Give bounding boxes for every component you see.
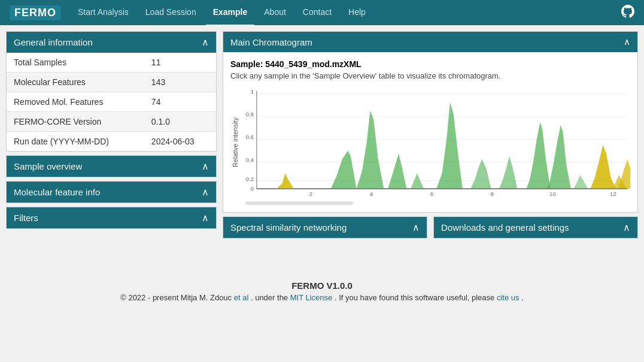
svg-text:6: 6 [430, 191, 433, 197]
footer: FERMO V1.0.0 © 2022 - present Mitja M. Z… [0, 269, 644, 314]
chart-svg-container: 1 0.8 0.6 0.4 0.2 0 [242, 85, 630, 199]
general-info-chevron: ∧ [202, 37, 209, 48]
general-info-section: General information ∧ Total Samples11Mol… [6, 31, 217, 152]
svg-text:1: 1 [251, 88, 254, 95]
nav-links: Start Analysis Load Session Example Abou… [71, 0, 373, 26]
svg-marker-19 [331, 150, 357, 189]
logo[interactable]: FERMO [10, 5, 61, 20]
info-row: FERMO-CORE Version0.1.0 [7, 112, 216, 132]
footer-copyright: © 2022 - present Mitja M. Zdouc et al . … [12, 293, 632, 302]
chromatogram-body: Sample: 5440_5439_mod.mzXML Click any sa… [223, 52, 637, 212]
svg-text:2: 2 [309, 191, 312, 197]
spectral-title: Spectral similarity networking [230, 222, 347, 233]
nav-load-session[interactable]: Load Session [138, 0, 203, 26]
nav-help[interactable]: Help [341, 0, 373, 26]
filters-title: Filters [14, 213, 38, 223]
svg-text:12: 12 [610, 191, 616, 197]
svg-marker-21 [388, 153, 406, 189]
svg-marker-25 [499, 156, 517, 189]
info-row: Molecular Features143 [7, 73, 216, 92]
svg-text:0.6: 0.6 [246, 134, 254, 140]
info-label: Total Samples [7, 53, 144, 73]
svg-marker-22 [411, 173, 424, 189]
svg-text:0: 0 [251, 185, 254, 192]
sample-overview-section: Sample overview ∧ [6, 155, 217, 177]
downloads-header[interactable]: Downloads and general settings ∧ [434, 217, 637, 238]
footer-et-al-link[interactable]: et al [234, 293, 249, 302]
chromatogram-svg: 1 0.8 0.6 0.4 0.2 0 [242, 85, 630, 199]
svg-marker-31 [618, 159, 630, 189]
svg-text:10: 10 [549, 191, 556, 197]
footer-license-link[interactable]: MIT License [290, 293, 333, 302]
info-value: 11 [144, 53, 216, 73]
svg-marker-26 [527, 122, 551, 189]
spectral-header[interactable]: Spectral similarity networking ∧ [223, 217, 427, 238]
sample-overview-header[interactable]: Sample overview ∧ [7, 156, 216, 177]
info-label: Run date (YYYY-MM-DD) [7, 132, 144, 152]
info-row: Removed Mol. Features74 [7, 92, 216, 112]
chromatogram-section: Main Chromatogram ∧ Sample: 5440_5439_mo… [223, 31, 638, 213]
chromatogram-title: Main Chromatogram [230, 37, 312, 47]
info-label: FERMO-CORE Version [7, 112, 144, 132]
footer-title: FERMO V1.0.0 [12, 280, 632, 291]
svg-marker-28 [573, 175, 588, 189]
nav-contact[interactable]: Contact [296, 0, 339, 26]
molecular-feature-chevron: ∧ [202, 186, 209, 198]
chromatogram-sample-label: Sample: 5440_5439_mod.mzXML [230, 59, 630, 69]
svg-marker-29 [590, 145, 616, 189]
navbar: FERMO Start Analysis Load Session Exampl… [0, 0, 644, 25]
nav-about[interactable]: About [257, 0, 293, 26]
svg-marker-18 [277, 173, 294, 189]
svg-text:0.8: 0.8 [246, 111, 254, 117]
filters-section: Filters ∧ [6, 207, 217, 229]
chromatogram-header[interactable]: Main Chromatogram ∧ [223, 32, 637, 52]
info-value: 74 [144, 92, 216, 112]
info-row: Run date (YYYY-MM-DD)2024-06-03 [7, 132, 216, 152]
general-info-header[interactable]: General information ∧ [7, 32, 216, 53]
nav-example[interactable]: Example [206, 0, 255, 26]
svg-marker-24 [470, 159, 491, 189]
svg-text:0.4: 0.4 [246, 156, 254, 163]
spectral-chevron: ∧ [412, 222, 420, 233]
general-info-title: General information [14, 37, 93, 47]
molecular-feature-header[interactable]: Molecular feature info ∧ [7, 182, 216, 203]
downloads-title: Downloads and general settings [441, 222, 569, 233]
info-label: Molecular Features [7, 73, 144, 92]
info-value: 0.1.0 [144, 112, 216, 132]
chromatogram-description: Click any sample in the 'Sample Overview… [230, 71, 630, 80]
right-panel: Main Chromatogram ∧ Sample: 5440_5439_mo… [223, 31, 638, 239]
general-info-table: Total Samples11Molecular Features143Remo… [7, 53, 216, 151]
info-row: Total Samples11 [7, 53, 216, 73]
nav-start-analysis[interactable]: Start Analysis [71, 0, 136, 26]
svg-marker-27 [548, 125, 571, 189]
svg-marker-20 [357, 111, 384, 189]
molecular-feature-title: Molecular feature info [14, 187, 100, 197]
molecular-feature-section: Molecular feature info ∧ [6, 181, 217, 203]
chart-area: Relative intensity 1 0.8 0.6 0.4 0.2 0 [230, 85, 630, 199]
info-value: 2024-06-03 [144, 132, 216, 152]
svg-marker-23 [436, 102, 463, 189]
downloads-chevron: ∧ [623, 222, 630, 233]
svg-text:8: 8 [491, 191, 494, 197]
chromatogram-chevron: ∧ [624, 37, 630, 47]
info-label: Removed Mol. Features [7, 92, 144, 112]
y-axis-label: Relative intensity [230, 85, 242, 199]
github-icon[interactable] [621, 5, 634, 21]
left-panel: General information ∧ Total Samples11Mol… [6, 31, 217, 239]
filters-header[interactable]: Filters ∧ [7, 207, 216, 228]
filters-chevron: ∧ [202, 212, 209, 224]
chromatogram-scrollbar[interactable] [245, 201, 353, 205]
spectral-section: Spectral similarity networking ∧ [223, 216, 427, 239]
footer-cite-link[interactable]: cite us [497, 293, 520, 302]
sample-overview-title: Sample overview [14, 161, 82, 171]
bottom-row: Spectral similarity networking ∧ Downloa… [223, 216, 638, 239]
downloads-section: Downloads and general settings ∧ [433, 216, 638, 239]
sample-overview-chevron: ∧ [202, 161, 209, 172]
svg-text:4: 4 [370, 191, 373, 197]
info-value: 143 [144, 73, 216, 92]
svg-text:0.2: 0.2 [246, 176, 254, 182]
main-content: General information ∧ Total Samples11Mol… [0, 25, 644, 245]
